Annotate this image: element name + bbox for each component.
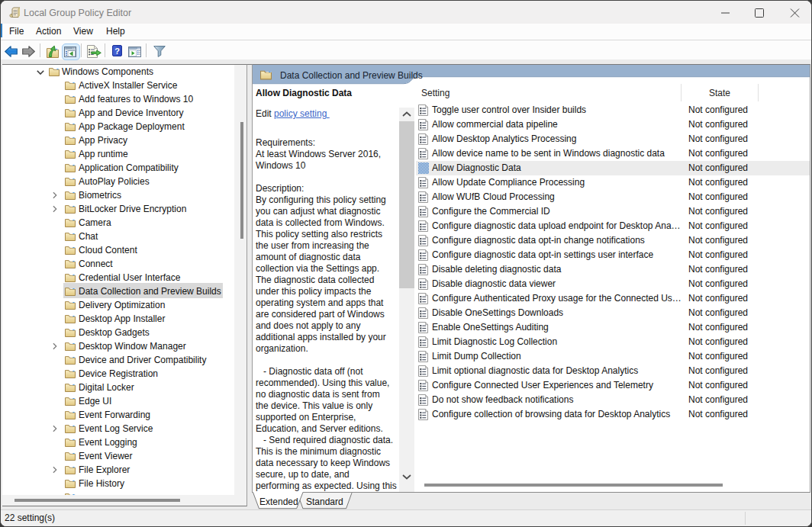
svg-text:Extended: Extended [259,496,298,507]
svg-text:Standard: Standard [306,496,343,507]
